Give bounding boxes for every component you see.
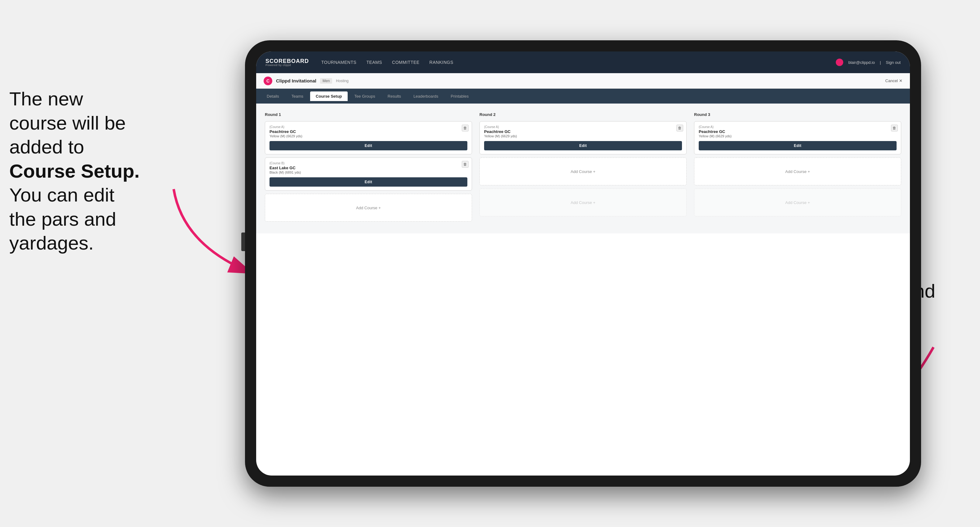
sub-header: C Clippd Invitational Men Hosting Cancel… — [256, 73, 910, 89]
round3-course-a-label: (Course A) — [699, 125, 897, 129]
round-2-label: Round 2 — [479, 112, 687, 117]
tournament-logo: C — [264, 76, 272, 85]
round-3-label: Round 3 — [694, 112, 901, 117]
hosting-tag: Hosting — [336, 79, 348, 83]
cancel-icon: ✕ — [899, 78, 902, 83]
round2-add-course[interactable]: Add Course + — [479, 157, 687, 186]
round1-add-course[interactable]: Add Course + — [265, 194, 472, 222]
round1-course-b-info: Black (M) (6891 yds) — [269, 170, 467, 174]
round1-course-b-label: (Course B) — [269, 162, 467, 165]
avatar — [836, 59, 843, 66]
nav-right: blair@clippd.io | Sign out — [836, 59, 900, 66]
round1-course-a-edit[interactable]: Edit — [269, 141, 467, 150]
tab-printables[interactable]: Printables — [445, 92, 474, 101]
round2-course-a-card: 🗑 (Course A) Peachtree GC Yellow (M) (66… — [479, 121, 687, 154]
round3-add-course[interactable]: Add Course + — [694, 157, 901, 186]
round1-course-a-name: Peachtree GC — [269, 129, 467, 134]
round1-course-a-delete[interactable]: 🗑 — [462, 125, 469, 132]
round1-course-b-delete[interactable]: 🗑 — [462, 161, 469, 168]
round3-add-course-2-text: Add Course + — [785, 200, 810, 205]
round2-course-a-name: Peachtree GC — [484, 129, 682, 134]
tablet-shell: SCOREBOARD Powered by clippd TOURNAMENTS… — [245, 40, 921, 487]
round2-course-a-edit[interactable]: Edit — [484, 141, 682, 150]
round2-course-a-delete[interactable]: 🗑 — [676, 125, 683, 132]
nav-link-teams[interactable]: TEAMS — [366, 60, 382, 65]
rounds-grid: Round 1 🗑 (Course A) Peachtree GC Yellow… — [265, 112, 901, 225]
tablet-screen: SCOREBOARD Powered by clippd TOURNAMENTS… — [256, 51, 910, 476]
round2-course-a-info: Yellow (M) (6629 yds) — [484, 134, 682, 138]
round1-add-course-text: Add Course + — [356, 206, 381, 210]
round2-course-a-label: (Course A) — [484, 125, 682, 129]
round3-course-a-edit[interactable]: Edit — [699, 141, 897, 150]
nav-link-rankings[interactable]: RANKINGS — [430, 60, 453, 65]
round1-course-b-card: 🗑 (Course B) East Lake GC Black (M) (689… — [265, 157, 472, 190]
tablet-side-button — [241, 232, 245, 251]
tab-course-setup[interactable]: Course Setup — [310, 92, 348, 101]
tab-details[interactable]: Details — [261, 92, 285, 101]
nav-sign-out[interactable]: Sign out — [886, 60, 900, 65]
round1-course-b-edit[interactable]: Edit — [269, 177, 467, 187]
round1-course-a-label: (Course A) — [269, 125, 467, 129]
round3-course-a-info: Yellow (M) (6629 yds) — [699, 134, 897, 138]
cancel-button[interactable]: Cancel ✕ — [885, 78, 902, 83]
round2-add-course-2-text: Add Course + — [571, 200, 595, 205]
tabs-bar: Details Teams Course Setup Tee Groups Re… — [256, 89, 910, 103]
nav-links: TOURNAMENTS TEAMS COMMITTEE RANKINGS — [321, 60, 453, 65]
round-2-column: Round 2 🗑 (Course A) Peachtree GC Yellow… — [479, 112, 687, 225]
round3-add-course-2: Add Course + — [694, 189, 901, 216]
tab-leaderboards[interactable]: Leaderboards — [408, 92, 444, 101]
round1-course-a-info: Yellow (M) (6629 yds) — [269, 134, 467, 138]
round2-add-course-text: Add Course + — [571, 169, 595, 174]
round3-course-a-card: 🗑 (Course A) Peachtree GC Yellow (M) (66… — [694, 121, 901, 154]
nav-scoreboard-text: SCOREBOARD — [266, 58, 309, 64]
tab-teams[interactable]: Teams — [286, 92, 309, 101]
tab-results[interactable]: Results — [382, 92, 407, 101]
tournament-tag: Men — [320, 78, 332, 84]
round-1-label: Round 1 — [265, 112, 472, 117]
round3-course-a-name: Peachtree GC — [699, 129, 897, 134]
nav-bar: SCOREBOARD Powered by clippd TOURNAMENTS… — [256, 51, 910, 73]
round-1-column: Round 1 🗑 (Course A) Peachtree GC Yellow… — [265, 112, 472, 225]
round3-course-a-delete[interactable]: 🗑 — [891, 125, 898, 132]
nav-powered-text: Powered by clippd — [266, 64, 309, 67]
tournament-name: Clippd Invitational — [276, 78, 316, 83]
nav-logo: SCOREBOARD Powered by clippd — [266, 58, 309, 67]
round2-add-course-2: Add Course + — [479, 189, 687, 216]
round3-add-course-text: Add Course + — [785, 169, 810, 174]
nav-email: blair@clippd.io — [848, 60, 875, 65]
round1-course-a-card: 🗑 (Course A) Peachtree GC Yellow (M) (66… — [265, 121, 472, 154]
content-area: Round 1 🗑 (Course A) Peachtree GC Yellow… — [256, 103, 910, 233]
tab-tee-groups[interactable]: Tee Groups — [349, 92, 381, 101]
nav-link-tournaments[interactable]: TOURNAMENTS — [321, 60, 356, 65]
round1-course-b-name: East Lake GC — [269, 165, 467, 170]
nav-link-committee[interactable]: COMMITTEE — [392, 60, 420, 65]
round-3-column: Round 3 🗑 (Course A) Peachtree GC Yellow… — [694, 112, 901, 225]
